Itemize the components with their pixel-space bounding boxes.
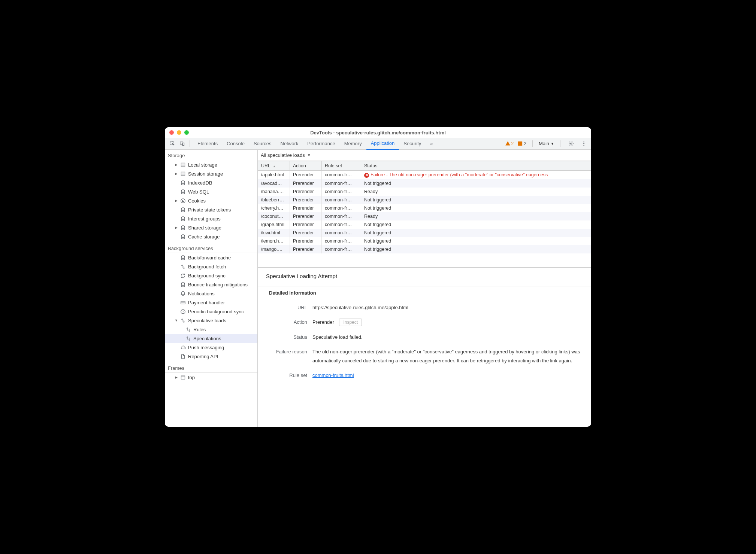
close-button[interactable] bbox=[169, 130, 174, 135]
tab-overflow[interactable]: » bbox=[426, 138, 437, 150]
table-row[interactable]: /kiwi.htmlPrerendercommon-fr…Not trigger… bbox=[258, 229, 591, 237]
cell-status: Not triggered bbox=[361, 204, 591, 212]
svg-point-14 bbox=[181, 180, 185, 182]
file-icon bbox=[180, 353, 186, 359]
cell-url: /avocad… bbox=[258, 179, 290, 188]
col-ruleset[interactable]: Rule set bbox=[322, 161, 361, 171]
sidebar-item-label: Periodic background sync bbox=[188, 309, 244, 314]
sidebar-item-label: top bbox=[188, 375, 195, 380]
chevron-down-icon[interactable]: ▼ bbox=[307, 153, 311, 157]
sidebar-item-label: Web SQL bbox=[188, 189, 209, 195]
db-icon bbox=[180, 216, 186, 222]
svg-rect-3 bbox=[518, 141, 522, 146]
col-status[interactable]: Status bbox=[361, 161, 591, 171]
cell-status: Not triggered bbox=[361, 245, 591, 253]
sidebar-section-title: Background services bbox=[165, 243, 257, 253]
sidebar-item[interactable]: ▶Local storage bbox=[165, 160, 257, 169]
table-row[interactable]: /avocad…Prerendercommon-fr…Not triggered bbox=[258, 179, 591, 188]
sidebar-item[interactable]: Background fetch bbox=[165, 262, 257, 271]
toolbar-right: 2 2 Main ▼ bbox=[505, 139, 588, 148]
sidebar-item[interactable]: Rules bbox=[165, 325, 257, 334]
tab-elements[interactable]: Elements bbox=[193, 138, 222, 150]
table-row[interactable]: /apple.htmlPrerendercommon-fr…✕Failure -… bbox=[258, 171, 591, 179]
tab-application[interactable]: Application bbox=[366, 138, 399, 150]
sidebar-item[interactable]: ▶Cookies bbox=[165, 196, 257, 205]
tab-security[interactable]: Security bbox=[399, 138, 426, 150]
table-row[interactable]: /mango.…Prerendercommon-fr…Not triggered bbox=[258, 245, 591, 253]
detail-value: The old non-eager prerender (with a "mod… bbox=[312, 347, 583, 365]
sidebar-item[interactable]: Web SQL bbox=[165, 187, 257, 196]
svg-point-19 bbox=[182, 201, 182, 201]
inspect-element-icon[interactable] bbox=[168, 139, 177, 148]
sidebar-item[interactable]: Notifications bbox=[165, 289, 257, 298]
gear-icon[interactable] bbox=[566, 139, 575, 148]
device-toggle-icon[interactable] bbox=[178, 139, 187, 148]
detail-title: Speculative Loading Attempt bbox=[266, 273, 583, 279]
cell-ruleset: common-fr… bbox=[322, 188, 361, 196]
sidebar-item[interactable]: Interest groups bbox=[165, 214, 257, 223]
window-title: DevTools - speculative-rules.glitch.me/c… bbox=[310, 130, 446, 136]
table-row[interactable]: /coconut…Prerendercommon-fr…Ready bbox=[258, 212, 591, 220]
detail-value: Prerender Inspect bbox=[312, 318, 583, 326]
table-row[interactable]: /lemon.h…Prerendercommon-fr…Not triggere… bbox=[258, 237, 591, 245]
db-icon bbox=[180, 225, 186, 231]
table-row[interactable]: /banana.…Prerendercommon-fr…Ready bbox=[258, 188, 591, 196]
db-icon bbox=[180, 234, 186, 240]
cell-action: Prerender bbox=[290, 196, 322, 204]
grid-icon bbox=[180, 171, 186, 177]
col-url[interactable]: URL▲ bbox=[258, 161, 290, 171]
tab-sources[interactable]: Sources bbox=[249, 138, 276, 150]
sidebar-item[interactable]: Bounce tracking mitigations bbox=[165, 280, 257, 289]
sidebar-item[interactable]: ▶top bbox=[165, 373, 257, 382]
cell-url: /kiwi.html bbox=[258, 229, 290, 237]
sidebar-item[interactable]: Cache storage bbox=[165, 232, 257, 241]
sidebar-item[interactable]: Push messaging bbox=[165, 343, 257, 352]
table-row[interactable]: /blueberr…Prerendercommon-fr…Not trigger… bbox=[258, 196, 591, 204]
cell-action: Prerender bbox=[290, 188, 322, 196]
maximize-button[interactable] bbox=[184, 130, 189, 135]
body: Storage▶Local storage▶Session storageInd… bbox=[165, 150, 591, 427]
detail-section-title: Detailed information bbox=[269, 290, 583, 296]
col-action[interactable]: Action bbox=[290, 161, 322, 171]
detail-label: URL bbox=[266, 303, 307, 312]
cell-status: Ready bbox=[361, 212, 591, 220]
table-row[interactable]: /cherry.h…Prerendercommon-fr…Not trigger… bbox=[258, 204, 591, 212]
ruleset-link[interactable]: common-fruits.html bbox=[312, 372, 354, 378]
sidebar-item-label: Bounce tracking mitigations bbox=[188, 282, 248, 287]
inspect-button[interactable]: Inspect bbox=[339, 319, 362, 326]
cell-url: /blueberr… bbox=[258, 196, 290, 204]
detail-row-url: URL https://speculative-rules.glitch.me/… bbox=[266, 300, 583, 315]
table-row[interactable]: /grape.htmlPrerendercommon-fr…Not trigge… bbox=[258, 220, 591, 229]
minimize-button[interactable] bbox=[177, 130, 181, 135]
tab-memory[interactable]: Memory bbox=[340, 138, 366, 150]
speculations-table-wrap: URL▲ Action Rule set Status /apple.htmlP… bbox=[258, 161, 591, 268]
sidebar-item[interactable]: Background sync bbox=[165, 271, 257, 280]
tab-network[interactable]: Network bbox=[276, 138, 303, 150]
sidebar-item[interactable]: Reporting API bbox=[165, 352, 257, 361]
clock-icon bbox=[180, 308, 186, 314]
sidebar-item-label: Private state tokens bbox=[188, 207, 231, 213]
kebab-menu-icon[interactable] bbox=[579, 139, 588, 148]
svg-rect-29 bbox=[181, 376, 185, 379]
sidebar-item[interactable]: IndexedDB bbox=[165, 178, 257, 187]
arrows-icon bbox=[180, 317, 186, 323]
errors-badge[interactable]: 2 bbox=[517, 141, 526, 146]
sidebar-item[interactable]: ▶Session storage bbox=[165, 169, 257, 178]
sidebar-item[interactable]: Private state tokens bbox=[165, 205, 257, 214]
sidebar-item[interactable]: Speculations bbox=[165, 334, 257, 343]
cell-ruleset: common-fr… bbox=[322, 196, 361, 204]
filter-label[interactable]: All speculative loads bbox=[261, 152, 305, 158]
sidebar-item[interactable]: ▼Speculative loads bbox=[165, 316, 257, 325]
sidebar-item[interactable]: ▶Shared storage bbox=[165, 223, 257, 232]
detail-value: https://speculative-rules.glitch.me/appl… bbox=[312, 303, 583, 312]
target-selector[interactable]: Main ▼ bbox=[539, 141, 554, 146]
tab-console[interactable]: Console bbox=[222, 138, 249, 150]
detail-value: Speculative load failed. bbox=[312, 333, 583, 341]
sidebar-item[interactable]: Periodic background sync bbox=[165, 307, 257, 316]
sidebar-item[interactable]: Back/forward cache bbox=[165, 253, 257, 262]
tab-performance[interactable]: Performance bbox=[303, 138, 339, 150]
cell-ruleset: common-fr… bbox=[322, 171, 361, 179]
arrows-icon bbox=[185, 326, 191, 332]
warnings-badge[interactable]: 2 bbox=[505, 141, 514, 146]
sidebar-item[interactable]: Payment handler bbox=[165, 298, 257, 307]
